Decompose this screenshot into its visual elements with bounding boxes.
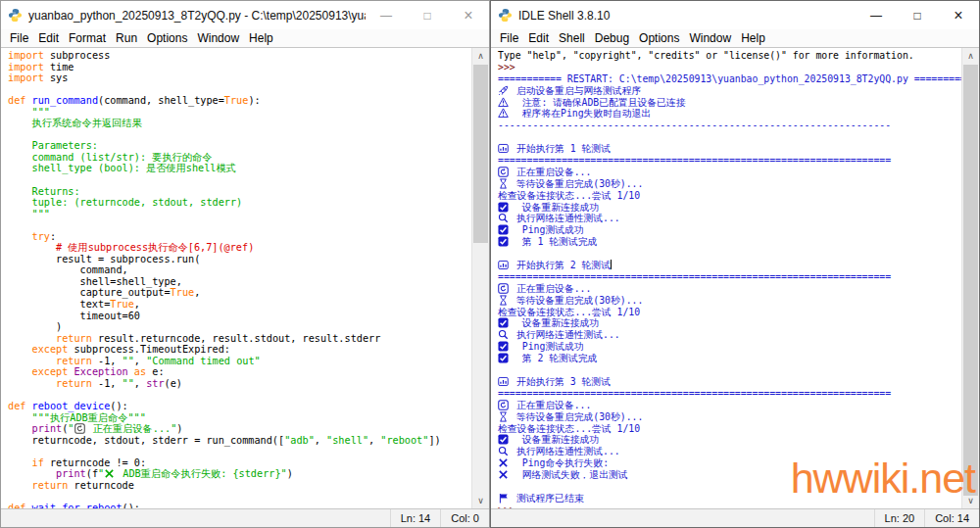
shell-line: 等待设备重启完成(30秒)...	[498, 295, 961, 307]
menu-debug[interactable]: Debug	[590, 31, 634, 45]
shell-titlebar[interactable]: IDLE Shell 3.8.10 — □ ×	[491, 1, 979, 29]
menu-file[interactable]: File	[5, 31, 33, 45]
shell-window: IDLE Shell 3.8.10 — □ × FileEditShellDeb…	[490, 0, 980, 528]
menu-options[interactable]: Options	[634, 31, 684, 45]
menu-edit[interactable]: Edit	[33, 31, 64, 45]
shell-line	[498, 131, 961, 143]
check-icon	[498, 317, 510, 329]
code-line: """执行ADB重启命令"""	[8, 412, 471, 424]
close-button[interactable]: ×	[938, 1, 979, 29]
code-line: try:	[8, 231, 471, 243]
minimize-button[interactable]: —	[856, 1, 897, 29]
reboot-icon	[498, 400, 510, 411]
hourglass-icon	[498, 178, 510, 190]
shell-line: ========================================…	[498, 271, 961, 283]
code-line: except Exception as e:	[8, 366, 471, 378]
scrollbar-thumb[interactable]	[473, 65, 488, 243]
code-line: except subprocess.TimeoutExpired:	[8, 344, 471, 356]
hourglass-icon	[498, 411, 510, 423]
editor-menubar: FileEditFormatRunOptionsWindowHelp	[1, 29, 489, 48]
search-icon	[498, 446, 510, 457]
menu-help[interactable]: Help	[736, 31, 770, 45]
shell-window-controls: — □ ×	[856, 1, 979, 29]
shell-line: 执行网络连通性测试...	[498, 329, 961, 341]
code-line: )	[8, 321, 471, 333]
shell-output[interactable]: Type "help", "copyright", "credits" or "…	[491, 48, 961, 508]
line-indicator: Ln: 14	[390, 509, 441, 527]
editor-window: yuanbao_python_20250913_8T2yQQ.py - C:\t…	[0, 0, 490, 528]
code-line	[8, 219, 471, 231]
shell-line	[498, 248, 961, 260]
editor-statusbar: Ln: 14 Col: 0	[1, 508, 489, 527]
check-icon	[498, 236, 510, 248]
code-line: import time	[8, 62, 471, 73]
reboot-icon	[74, 423, 86, 435]
shell-line: Ping测试成功	[498, 341, 961, 353]
shell-line: 设备重新连接成功	[498, 317, 961, 329]
editor-titlebar[interactable]: yuanbao_python_20250913_8T2yQQ.py - C:\t…	[1, 1, 489, 29]
shell-line: 设备重新连接成功	[498, 202, 961, 214]
shell-line: 第 2 轮测试完成	[498, 353, 961, 364]
line-indicator: Ln: 20	[874, 509, 925, 527]
scroll-up-icon[interactable]: ∧	[472, 48, 489, 64]
check-icon	[498, 341, 510, 353]
shell-line: 正在重启设备...	[498, 167, 961, 178]
cross-icon	[498, 457, 510, 469]
code-line: return -1, "", "Command timed out"	[8, 356, 471, 367]
shell-line: 启动设备重启与网络测试程序	[498, 85, 961, 97]
code-line: print(f" ADB重启命令执行失败: {stderr}")	[8, 468, 471, 480]
menu-format[interactable]: Format	[64, 31, 111, 45]
code-line: def reboot_device():	[8, 401, 471, 412]
code-line: returncode, stdout, stderr = run_command…	[8, 435, 471, 447]
shell-line: =========== RESTART: C:\temp\20250913\yu…	[498, 73, 961, 85]
menu-window[interactable]: Window	[684, 31, 736, 45]
check-icon	[498, 202, 510, 214]
shell-line: 检查设备连接状态...尝试 1/10	[498, 307, 961, 318]
code-line: if returncode != 0:	[8, 457, 471, 469]
search-icon	[498, 213, 510, 224]
shell-line: 第 1 轮测试完成	[498, 236, 961, 248]
editor-scrollbar[interactable]: ∧ ∨	[471, 48, 489, 508]
maximize-button[interactable]: □	[897, 1, 938, 29]
code-line: def run_command(command, shell_type=True…	[8, 95, 471, 107]
menu-file[interactable]: File	[495, 31, 523, 45]
code-line: shell=shell_type,	[8, 276, 471, 288]
menu-run[interactable]: Run	[111, 31, 142, 45]
rocket-icon	[498, 85, 510, 97]
menu-window[interactable]: Window	[192, 31, 244, 45]
code-line: capture_output=True,	[8, 287, 471, 299]
scroll-up-icon[interactable]: ∧	[962, 48, 979, 64]
code-line: def wait_for_reboot():	[8, 503, 471, 508]
shell-line: 正在重启设备...	[498, 283, 961, 295]
hourglass-icon	[498, 295, 510, 307]
code-line: Returns:	[8, 186, 471, 198]
code-line	[8, 446, 471, 457]
code-line	[8, 174, 471, 186]
maximize-button[interactable]: □	[407, 1, 448, 29]
shell-line: 注意: 请确保ADB已配置且设备已连接	[498, 97, 961, 109]
shell-line: 检查设备连接状态...尝试 1/10	[498, 423, 961, 435]
scrollbar-thumb[interactable]	[963, 65, 978, 496]
code-line	[8, 129, 471, 141]
shell-line: Type "help", "copyright", "credits" or "…	[498, 50, 961, 62]
menu-shell[interactable]: Shell	[554, 31, 590, 45]
code-line: tuple: (returncode, stdout, stderr)	[8, 197, 471, 209]
check-icon	[498, 224, 510, 236]
code-line: return result.returncode, result.stdout,…	[8, 333, 471, 345]
code-editor[interactable]: import subprocessimport timeimport sys d…	[1, 48, 471, 508]
menu-edit[interactable]: Edit	[523, 31, 554, 45]
scroll-down-icon[interactable]: ∨	[472, 493, 489, 508]
warning-icon	[498, 97, 510, 109]
menu-help[interactable]: Help	[244, 31, 278, 45]
close-button[interactable]: ×	[448, 1, 489, 29]
minimize-button[interactable]: —	[366, 1, 407, 29]
warning-icon	[498, 108, 510, 120]
shell-scrollbar[interactable]: ∧ ∨	[961, 48, 979, 508]
code-line	[8, 389, 471, 401]
code-line: shell_type (bool): 是否使用shell模式	[8, 163, 471, 174]
shell-line: 程序将在Ping失败时自动退出	[498, 108, 961, 120]
shell-line	[498, 364, 961, 376]
shell-line: 开始执行第 2 轮测试	[498, 260, 961, 271]
menu-options[interactable]: Options	[142, 31, 192, 45]
reboot-icon	[498, 283, 510, 295]
